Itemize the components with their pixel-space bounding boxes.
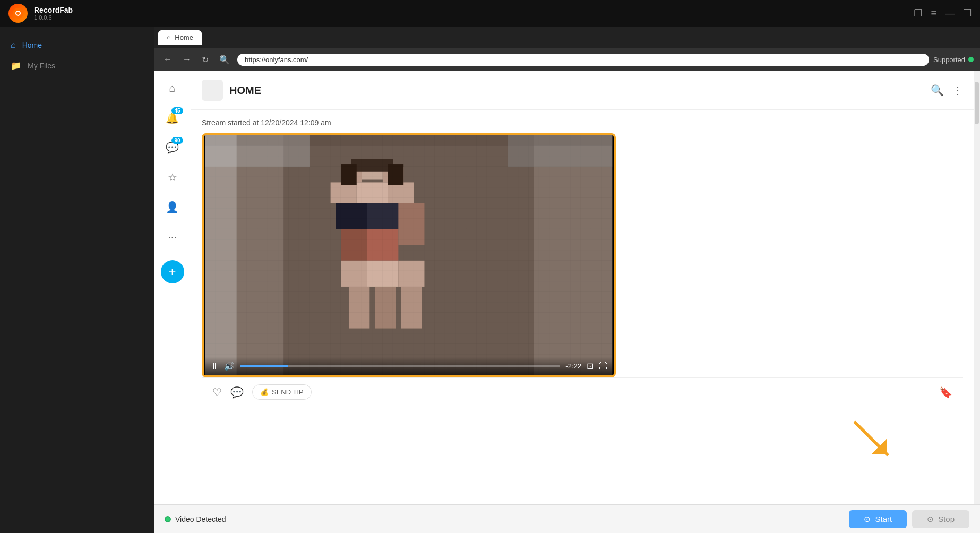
sidebar-item-my-files[interactable]: 📁 My Files [0,55,154,76]
of-profile-thumb [202,80,223,101]
svg-rect-31 [508,135,613,167]
of-more-icon[interactable]: ··· [162,226,183,247]
of-header: HOME 🔍 ⋮ [191,71,974,110]
arrow-indicator [850,417,898,467]
svg-rect-32 [205,135,237,375]
of-menu-icon[interactable]: ⋮ [952,84,963,97]
of-home-icon[interactable]: ⌂ [162,78,183,99]
video-frame [204,135,614,375]
supported-label: Supported [933,56,965,64]
svg-rect-27 [205,135,612,375]
video-right-controls: ⊡ ⛶ [587,361,607,371]
video-container[interactable]: ⏸ 🔊 -2:22 ⊡ ⛶ [202,133,616,377]
app-info: RecordFab 1.0.0.6 [34,6,73,21]
main-layout: ⌂ Home 📁 My Files ⌂ Home ← → ↻ 🔍 https:/… [0,27,980,533]
window-controls: ❐ ≡ — ❐ [914,7,972,19]
app-logo [8,4,28,23]
tab-home-label: Home [175,33,193,41]
restore-btn[interactable]: ❐ [963,7,972,19]
fullscreen-button[interactable]: ⛶ [599,361,607,371]
tab-home-icon: ⌂ [167,33,170,41]
app-version: 1.0.0.6 [34,14,73,21]
stop-icon: ⊙ [927,514,934,524]
forward-button[interactable]: → [179,53,194,66]
nav-bar: ← → ↻ 🔍 https://onlyfans.com/ Supported [154,48,980,71]
supported-indicator [968,57,974,62]
tab-bar: ⌂ Home [154,27,980,48]
like-icon[interactable]: ♡ [212,386,222,399]
of-messages-icon[interactable]: 💬 90 [162,137,183,158]
url-bar[interactable]: https://onlyfans.com/ [237,54,929,66]
scroll-thumb[interactable] [975,82,979,124]
video-controls: ⏸ 🔊 -2:22 ⊡ ⛶ [204,357,614,375]
of-bookmarks-icon[interactable]: ☆ [162,167,183,188]
tip-icon: 💰 [260,388,269,396]
of-sidebar: ⌂ 🔔 45 💬 90 ☆ 👤 ··· + [154,71,191,504]
app-name: RecordFab [34,6,73,14]
of-add-button[interactable]: + [161,260,184,283]
pip-button[interactable]: ⊡ [587,361,594,371]
of-page-title: HOME [229,84,261,97]
detected-text: Video Detected [175,515,226,523]
app-sidebar: ⌂ Home 📁 My Files [0,27,154,533]
top-bar: RecordFab 1.0.0.6 ❐ ≡ — ❐ [0,0,980,27]
stream-info: Stream started at 12/20/2024 12:09 am [202,118,963,127]
sidebar-item-home[interactable]: ⌂ Home [0,35,154,55]
sidebar-home-label: Home [22,41,42,49]
messages-badge: 90 [171,137,183,144]
send-tip-label: SEND TIP [272,388,304,396]
of-header-icons: 🔍 ⋮ [931,84,963,97]
browser-area: ⌂ Home ← → ↻ 🔍 https://onlyfans.com/ Sup… [154,27,980,533]
menu-btn[interactable]: ≡ [931,8,936,19]
action-buttons: ⊙ Start ⊙ Stop [849,510,969,528]
progress-fill [240,365,288,367]
folder-icon: 📁 [11,61,21,71]
progress-bar[interactable] [240,365,560,367]
of-post: Stream started at 12/20/2024 12:09 am [191,110,974,415]
svg-point-2 [16,12,20,15]
scrollbar[interactable] [974,71,980,504]
time-display: -2:22 [565,362,581,370]
volume-button[interactable]: 🔊 [224,361,235,371]
bottom-bar: Video Detected ⊙ Start ⊙ Stop [154,504,980,533]
send-tip-button[interactable]: 💰 SEND TIP [252,384,312,400]
detected-dot [165,516,171,522]
content-area: ⌂ 🔔 45 💬 90 ☆ 👤 ··· + [154,71,980,504]
supported-badge: Supported [933,56,974,64]
of-notifications-icon[interactable]: 🔔 45 [162,107,183,128]
post-actions: ♡ 💬 💰 SEND TIP 🔖 [202,377,963,406]
comment-icon[interactable]: 💬 [230,386,244,399]
refresh-button[interactable]: ↻ [199,53,212,67]
of-search-icon[interactable]: 🔍 [931,84,944,97]
pause-button[interactable]: ⏸ [210,362,219,371]
home-icon: ⌂ [11,40,16,50]
stop-button[interactable]: ⊙ Stop [912,510,969,528]
detected-info: Video Detected [165,515,226,523]
copy-window-btn[interactable]: ❐ [914,7,922,19]
stop-label: Stop [938,514,955,523]
start-button[interactable]: ⊙ Start [849,510,907,528]
start-label: Start [875,514,892,523]
video-content [204,135,614,375]
tab-home[interactable]: ⌂ Home [158,30,202,45]
url-text: https://onlyfans.com/ [245,56,308,64]
notifications-badge: 45 [171,107,183,114]
sidebar-myfiles-label: My Files [28,62,55,70]
of-following-icon[interactable]: 👤 [162,196,183,218]
bookmark-icon[interactable]: 🔖 [939,386,952,399]
back-button[interactable]: ← [160,53,175,66]
minimize-btn[interactable]: — [945,8,955,19]
start-icon: ⊙ [864,514,871,524]
search-button[interactable]: 🔍 [216,53,233,67]
